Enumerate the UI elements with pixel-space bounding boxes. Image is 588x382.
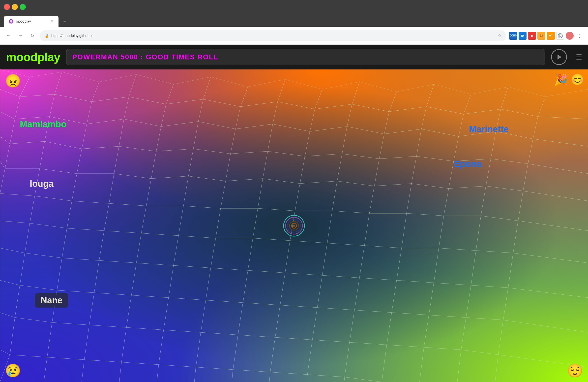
- address-bar: ← → ↻ 🔒 https://moodplay.github.io ☆ COR…: [0, 27, 588, 45]
- window-chrome: [0, 0, 588, 14]
- lock-icon: 🔒: [45, 34, 49, 38]
- svg-point-2: [559, 35, 561, 37]
- center-target: [283, 215, 305, 237]
- app-logo: moodplay: [6, 50, 60, 64]
- character-name-iouga[interactable]: Iouga: [30, 179, 54, 189]
- close-button[interactable]: [4, 4, 10, 10]
- active-tab[interactable]: moodplay ✕: [4, 16, 59, 27]
- id-extension-icon[interactable]: iD: [519, 32, 527, 40]
- toolbar-extensions: CORS iD ▶ 🍪 off ⋮: [509, 32, 584, 40]
- forward-button[interactable]: →: [16, 31, 25, 40]
- browser-menu-icon[interactable]: ⋮: [575, 32, 584, 40]
- party-icon: 🎉: [554, 73, 568, 86]
- tab-bar: moodplay ✕ +: [0, 14, 588, 27]
- new-tab-button[interactable]: +: [60, 17, 69, 26]
- happy-face-icon: 😊: [571, 73, 584, 86]
- character-name-marinette[interactable]: Marinette: [469, 124, 509, 134]
- off-label: off: [549, 34, 553, 37]
- main-canvas: Mamlambo Marinette Epona Iouga Nane 😠 😢 …: [0, 69, 588, 382]
- svg-point-0: [10, 20, 12, 23]
- corner-emoji-bottom-left: 😢: [5, 364, 21, 377]
- corner-emoji-top-left: 😠: [5, 74, 21, 87]
- tab-title: moodplay: [16, 19, 48, 23]
- character-name-mamlambo[interactable]: Mamlambo: [20, 119, 66, 129]
- corner-emoji-top-right: 🎉 😊: [554, 73, 584, 86]
- off-extension-icon[interactable]: off: [547, 32, 555, 40]
- app-header: moodplay POWERMAN 5000 : GOOD TIMES ROLL…: [0, 45, 588, 69]
- maximize-button[interactable]: [20, 4, 26, 10]
- svg-marker-3: [558, 55, 561, 60]
- back-button[interactable]: ←: [4, 31, 13, 40]
- reload-button[interactable]: ↻: [28, 31, 37, 40]
- tab-close-icon[interactable]: ✕: [51, 19, 54, 23]
- svg-point-186: [293, 225, 295, 227]
- play-button[interactable]: [551, 49, 567, 65]
- song-title-bar: POWERMAN 5000 : GOOD TIMES ROLL: [66, 49, 545, 65]
- tab-favicon: [9, 19, 13, 24]
- corner-emoji-bottom-right: 😌: [567, 364, 583, 377]
- youtube-extension-icon[interactable]: ▶: [528, 32, 536, 40]
- hamburger-menu-icon[interactable]: ☰: [576, 53, 582, 61]
- character-name-epona[interactable]: Epona: [454, 159, 481, 169]
- song-title: POWERMAN 5000 : GOOD TIMES ROLL: [72, 53, 218, 61]
- cookie-extension-icon[interactable]: 🍪: [537, 32, 545, 40]
- minimize-button[interactable]: [12, 4, 18, 10]
- profile-icon[interactable]: [566, 32, 574, 40]
- cors-extension-icon[interactable]: CORS: [509, 32, 517, 40]
- bookmark-icon[interactable]: ☆: [498, 33, 501, 38]
- character-name-nane[interactable]: Nane: [35, 293, 68, 308]
- chrome-extension-icon[interactable]: [556, 32, 564, 40]
- url-text: https://moodplay.github.io: [51, 33, 495, 38]
- url-bar[interactable]: 🔒 https://moodplay.github.io ☆: [40, 30, 506, 41]
- traffic-lights: [4, 4, 26, 10]
